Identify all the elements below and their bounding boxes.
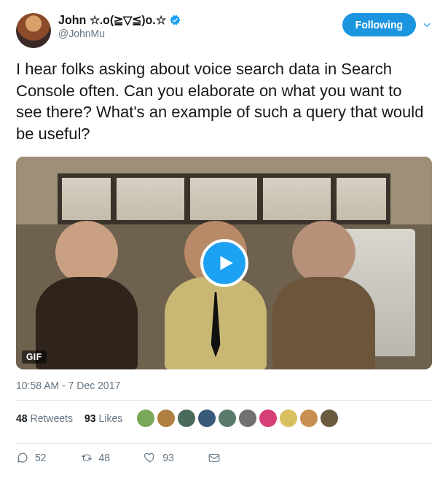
liker-avatar[interactable] [300, 410, 318, 427]
play-button[interactable] [200, 239, 248, 287]
media-gif[interactable]: GIF [16, 157, 432, 369]
liker-avatar[interactable] [259, 410, 277, 427]
liker-avatar[interactable] [157, 410, 175, 427]
like-button[interactable]: 93 [144, 451, 174, 464]
gif-badge: GIF [22, 350, 47, 364]
reply-button[interactable]: 52 [16, 451, 47, 464]
timestamp[interactable]: 10:58 AM - 7 Dec 2017 [16, 380, 432, 391]
retweets-stat[interactable]: 48Retweets [16, 412, 73, 424]
retweet-icon [80, 451, 93, 464]
liker-avatars[interactable] [137, 410, 338, 427]
user-handle[interactable]: @JohnMu [58, 28, 335, 39]
play-icon [216, 254, 235, 273]
stats-row: 48Retweets 93Likes [16, 401, 432, 434]
avatar[interactable] [16, 13, 51, 48]
user-names: John ☆.o(≧▽≦)o.☆ @JohnMu [58, 13, 335, 39]
heart-icon [144, 451, 157, 464]
liker-avatar[interactable] [321, 410, 338, 427]
chevron-down-icon[interactable] [422, 20, 432, 30]
liker-avatar[interactable] [198, 410, 216, 427]
likes-stat[interactable]: 93Likes [85, 412, 122, 424]
retweet-count: 48 [99, 452, 111, 463]
following-button[interactable]: Following [342, 13, 416, 36]
reply-icon [16, 451, 29, 464]
liker-avatar[interactable] [137, 410, 154, 427]
liker-avatar[interactable] [178, 410, 195, 427]
like-count: 93 [162, 452, 174, 463]
tweet-header: John ☆.o(≧▽≦)o.☆ @JohnMu Following [16, 13, 432, 48]
tweet-text: I hear folks asking about voice search d… [16, 58, 432, 145]
actions-row: 52 48 93 [16, 444, 432, 469]
liker-avatar[interactable] [219, 410, 236, 427]
display-name[interactable]: John ☆.o(≧▽≦)o.☆ [58, 13, 166, 27]
retweet-button[interactable]: 48 [80, 451, 111, 464]
liker-avatar[interactable] [280, 410, 297, 427]
verified-icon [169, 14, 181, 26]
envelope-icon [208, 451, 221, 464]
reply-count: 52 [35, 452, 47, 463]
dm-button[interactable] [208, 451, 221, 464]
liker-avatar[interactable] [239, 410, 256, 427]
svg-rect-0 [209, 454, 219, 461]
tweet-card: John ☆.o(≧▽≦)o.☆ @JohnMu Following I hea… [0, 0, 448, 476]
